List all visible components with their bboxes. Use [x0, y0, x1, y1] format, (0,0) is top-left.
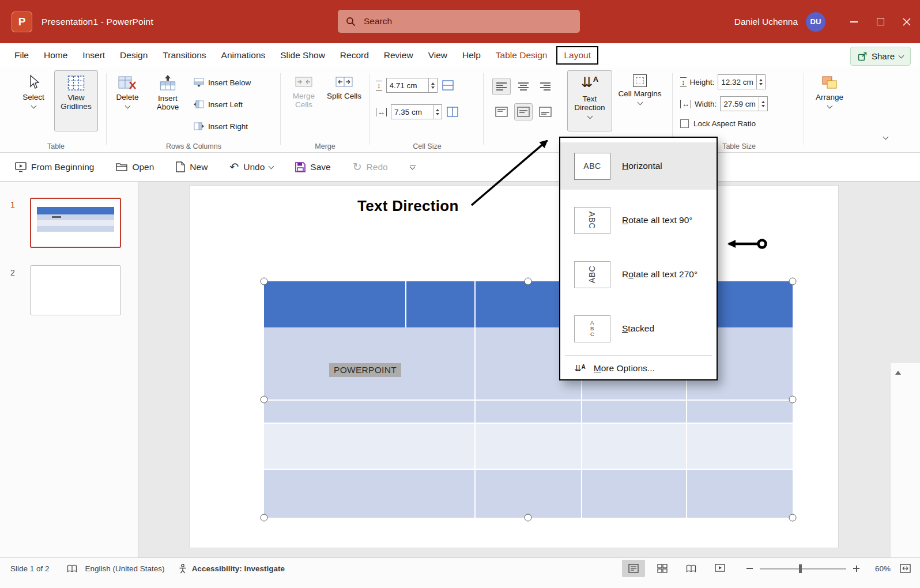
selection-handle[interactable]: [525, 278, 532, 285]
menu-item-rotate-90[interactable]: ABC Rotate all text 90°: [560, 197, 717, 244]
align-left-button[interactable]: [492, 78, 511, 95]
tab-help[interactable]: Help: [455, 43, 488, 67]
spin-up-icon[interactable]: [761, 101, 765, 103]
insert-left-button[interactable]: Insert Left: [194, 96, 243, 112]
menu-item-more-options[interactable]: ⇊ A More Options...: [560, 358, 717, 379]
insert-above-button[interactable]: Insert Above: [149, 70, 187, 131]
tab-design[interactable]: Design: [112, 43, 155, 67]
tab-file[interactable]: File: [7, 43, 36, 67]
search-input[interactable]: [363, 16, 572, 27]
collapse-ribbon-button[interactable]: [878, 131, 892, 145]
menu-item-rotate-270[interactable]: ABC Rotate all text 270°: [560, 251, 717, 298]
table-row-band[interactable]: [264, 423, 793, 469]
search-box[interactable]: [338, 10, 580, 33]
vertical-scrollbar[interactable]: [890, 363, 920, 588]
spin-up-icon[interactable]: [759, 79, 763, 81]
spin-down-icon[interactable]: [436, 113, 439, 115]
normal-view-button[interactable]: [622, 560, 645, 577]
spell-check-icon[interactable]: [67, 564, 77, 573]
spin-down-icon[interactable]: [759, 83, 763, 85]
share-button[interactable]: Share: [850, 47, 911, 66]
selection-handle[interactable]: [261, 396, 268, 404]
cell-margins-button[interactable]: Cell Margins: [618, 70, 662, 131]
distribute-columns-icon[interactable]: [446, 106, 459, 118]
menu-item-stacked[interactable]: ABC Stacked: [560, 305, 717, 352]
selection-handle[interactable]: [789, 278, 797, 285]
slide-show-view-button[interactable]: [708, 560, 732, 577]
fit-to-window-icon[interactable]: [900, 564, 911, 573]
close-button[interactable]: [893, 0, 920, 43]
table-row-band[interactable]: [264, 469, 793, 518]
selection-handle[interactable]: [789, 514, 797, 522]
accessibility-status[interactable]: Accessibility: Investigate: [192, 564, 285, 573]
customize-qat-button[interactable]: [410, 165, 416, 169]
view-gridlines-button[interactable]: View Gridlines: [54, 70, 98, 131]
zoom-level[interactable]: 60%: [870, 564, 891, 573]
slide-1-thumbnail[interactable]: [30, 198, 121, 248]
tab-insert[interactable]: Insert: [75, 43, 112, 67]
tab-view[interactable]: View: [421, 43, 455, 67]
align-right-button[interactable]: [536, 78, 555, 95]
split-cells-button[interactable]: Split Cells: [326, 70, 362, 131]
zoom-in-button[interactable]: [853, 566, 859, 572]
insert-below-button[interactable]: Insert Below: [194, 74, 251, 91]
table-height-spinner[interactable]: [756, 75, 765, 89]
zoom-slider-thumb[interactable]: [799, 564, 802, 573]
scroll-up-button[interactable]: [892, 367, 904, 378]
delete-button[interactable]: Delete: [111, 70, 144, 131]
spin-down-icon[interactable]: [761, 105, 765, 107]
tab-layout[interactable]: Layout: [556, 46, 598, 65]
text-direction-button[interactable]: ⇊ A Text Direction: [567, 70, 612, 131]
tab-record[interactable]: Record: [333, 43, 376, 67]
lock-aspect-ratio-checkbox[interactable]: [680, 119, 689, 128]
align-center-button[interactable]: [514, 78, 533, 95]
tab-home[interactable]: Home: [36, 43, 75, 67]
table-width-spinner[interactable]: [759, 97, 767, 111]
tab-slide-show[interactable]: Slide Show: [273, 43, 333, 67]
avatar[interactable]: DU: [806, 12, 825, 32]
selection-handle[interactable]: [261, 278, 268, 285]
tab-transitions[interactable]: Transitions: [155, 43, 213, 67]
row-height-spinner[interactable]: [428, 78, 437, 92]
tab-animations[interactable]: Animations: [214, 43, 273, 67]
zoom-out-button[interactable]: [746, 568, 753, 569]
center-vertically-button[interactable]: [514, 103, 533, 120]
table-gridline: [264, 423, 793, 424]
undo-button[interactable]: ↶ Undo: [229, 161, 273, 172]
tab-table-design[interactable]: Table Design: [488, 43, 555, 67]
from-beginning-button[interactable]: From Beginning: [15, 161, 94, 172]
slide-sorter-view-button[interactable]: [651, 560, 674, 577]
powerpoint-logo-icon[interactable]: P: [12, 12, 32, 32]
language-indicator[interactable]: English (United States): [85, 564, 165, 573]
selection-handle[interactable]: [525, 514, 532, 522]
row-height-spinbox: [386, 78, 438, 93]
spin-up-icon[interactable]: [436, 109, 439, 111]
table-cell-text[interactable]: POWERPOINT: [329, 363, 401, 377]
align-bottom-button[interactable]: [536, 103, 555, 120]
table-width-input[interactable]: [721, 97, 759, 111]
select-button[interactable]: Select: [17, 70, 50, 131]
insert-right-button[interactable]: Insert Right: [194, 118, 248, 134]
save-button[interactable]: Save: [295, 162, 330, 172]
selection-handle[interactable]: [261, 514, 268, 522]
spin-up-icon[interactable]: [431, 82, 435, 85]
slide-2-thumbnail[interactable]: [30, 265, 121, 315]
distribute-rows-icon[interactable]: [442, 80, 454, 91]
open-button[interactable]: Open: [116, 162, 154, 172]
selection-handle[interactable]: [789, 396, 797, 404]
row-height-input[interactable]: [387, 78, 428, 92]
reading-view-button[interactable]: [680, 560, 703, 577]
slide-counter[interactable]: Slide 1 of 2: [10, 564, 50, 573]
align-top-button[interactable]: [492, 103, 511, 120]
zoom-slider[interactable]: [760, 568, 846, 570]
menu-item-horizontal[interactable]: ABC Horizontal: [560, 142, 717, 190]
column-width-spinner[interactable]: [433, 105, 442, 119]
arrange-button[interactable]: Arrange: [809, 70, 850, 131]
minimize-button[interactable]: [840, 0, 867, 43]
table-height-input[interactable]: [718, 75, 756, 89]
column-width-input[interactable]: [391, 105, 433, 119]
tab-review[interactable]: Review: [376, 43, 421, 67]
new-button[interactable]: New: [176, 161, 208, 172]
maximize-button[interactable]: [867, 0, 893, 43]
spin-down-icon[interactable]: [431, 86, 435, 89]
